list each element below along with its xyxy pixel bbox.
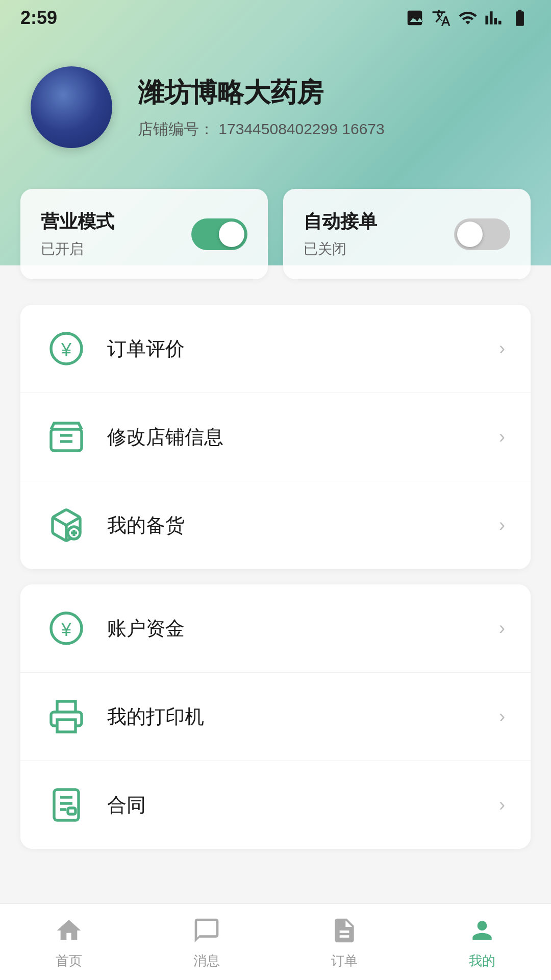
chevron-right-icon-2: ›: [499, 426, 505, 448]
store-icon: [46, 416, 87, 457]
store-id: 店铺编号： 17344508402299 16673: [138, 119, 385, 140]
auto-accept-toggle[interactable]: [454, 218, 510, 250]
mine-icon: [466, 914, 498, 947]
profile-info: 潍坊博略大药房 店铺编号： 17344508402299 16673: [138, 75, 385, 140]
menu-item-order-review[interactable]: ¥ 订单评价 ›: [20, 305, 531, 393]
profile-section: 潍坊博略大药房 店铺编号： 17344508402299 16673: [0, 36, 551, 189]
svg-text:¥: ¥: [61, 339, 72, 360]
menu-label-edit-store: 修改店铺信息: [107, 424, 499, 450]
menu-label-my-stock: 我的备货: [107, 512, 499, 538]
menu-item-my-stock[interactable]: 我的备货 ›: [20, 481, 531, 569]
status-icons: [405, 8, 531, 28]
chevron-right-icon-3: ›: [499, 514, 505, 536]
svg-rect-2: [51, 429, 82, 451]
nav-item-message[interactable]: 消息: [175, 909, 238, 975]
avatar: [31, 66, 112, 148]
store-id-label: 店铺编号：: [138, 120, 214, 137]
business-mode-status: 已开启: [41, 239, 114, 259]
auto-accept-title: 自动接单: [304, 209, 377, 234]
menu-item-contract[interactable]: 合同 ›: [20, 761, 531, 849]
toggle-knob-2: [457, 222, 483, 247]
store-id-value: 17344508402299 16673: [218, 120, 384, 137]
menu-label-account-funds: 账户资金: [107, 616, 499, 642]
message-icon: [190, 914, 223, 947]
chevron-right-icon-6: ›: [499, 794, 505, 816]
translate-icon: [432, 8, 451, 28]
signal-icon: [485, 8, 502, 28]
nav-item-mine[interactable]: 我的: [450, 909, 514, 975]
order-icon: [328, 914, 361, 947]
wifi-icon: [458, 8, 478, 28]
status-time: 2:59: [20, 7, 57, 29]
auto-accept-card: 自动接单 已关闭: [283, 189, 531, 279]
chevron-right-icon-4: ›: [499, 618, 505, 639]
menu-item-edit-store[interactable]: 修改店铺信息 ›: [20, 393, 531, 481]
status-bar: 2:59: [0, 0, 551, 36]
toggle-knob: [219, 222, 244, 247]
toggle-section: 营业模式 已开启 自动接单 已关闭: [0, 189, 551, 279]
home-icon: [53, 914, 85, 947]
menu-item-account-funds[interactable]: ¥ 账户资金 ›: [20, 584, 531, 673]
nav-label-home: 首页: [56, 952, 82, 970]
chevron-right-icon: ›: [499, 338, 505, 359]
svg-rect-11: [57, 720, 76, 732]
battery-icon: [509, 8, 531, 28]
svg-rect-12: [54, 790, 79, 820]
menu-label-contract: 合同: [107, 792, 499, 818]
menu-label-order-review: 订单评价: [107, 336, 499, 362]
menu-label-my-printer: 我的打印机: [107, 704, 499, 730]
menu-group-2: ¥ 账户资金 › 我的打印机 ›: [20, 584, 531, 849]
auto-accept-status: 已关闭: [304, 239, 377, 259]
nav-label-order: 订单: [331, 952, 358, 970]
menu-item-my-printer[interactable]: 我的打印机 ›: [20, 673, 531, 761]
svg-text:¥: ¥: [61, 619, 72, 640]
bottom-nav: 首页 消息 订单 我的: [0, 903, 551, 980]
yuan-circle-icon: ¥: [46, 328, 87, 369]
contract-icon: [46, 785, 87, 825]
store-name: 潍坊博略大药房: [138, 75, 385, 111]
nav-label-mine: 我的: [469, 952, 495, 970]
business-mode-toggle[interactable]: [191, 218, 247, 250]
chevron-right-icon-5: ›: [499, 706, 505, 727]
nav-item-order[interactable]: 订单: [313, 909, 376, 975]
business-mode-title: 营业模式: [41, 209, 114, 234]
gallery-icon: [405, 8, 424, 28]
box-icon: [46, 505, 87, 546]
svg-rect-16: [68, 808, 76, 814]
printer-icon: [46, 696, 87, 737]
yuan-circle-icon-2: ¥: [46, 608, 87, 649]
nav-label-message: 消息: [193, 952, 220, 970]
business-mode-card: 营业模式 已开启: [20, 189, 268, 279]
menu-group-1: ¥ 订单评价 › 修改店铺信息 ›: [20, 305, 531, 569]
nav-item-home[interactable]: 首页: [37, 909, 101, 975]
